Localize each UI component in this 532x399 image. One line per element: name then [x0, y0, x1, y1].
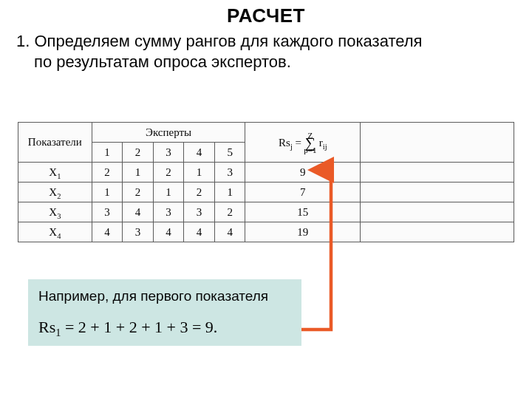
slide: РАСЧЕТ 1. Определяем сумму рангов для ка… [0, 0, 532, 399]
row3-v1: 3 [92, 202, 123, 222]
body-text-line1: 1. Определяем сумму рангов для каждого п… [16, 31, 504, 52]
th-exp-3: 3 [153, 143, 184, 163]
example-line1: Например, для первого показателя [38, 288, 291, 304]
row3-label: X3 [18, 202, 92, 222]
row1-v5: 3 [214, 163, 245, 183]
row4-sum: 19 [245, 222, 361, 242]
row4-v4: 4 [184, 222, 215, 242]
body-text: 1. Определяем сумму рангов для каждого п… [16, 31, 504, 72]
row1-v2: 1 [123, 163, 154, 183]
rank-table-wrap: Показатели Эксперты Rsj = ∑ Z p=1 rij [18, 122, 514, 242]
row4-v2: 3 [123, 222, 154, 242]
row2-v3: 1 [153, 183, 184, 202]
table-header-row-1: Показатели Эксперты Rsj = ∑ Z p=1 rij [18, 123, 514, 143]
formula-sum-upper: Z [308, 130, 313, 140]
row3-v4: 3 [184, 202, 215, 222]
row1-blank [361, 163, 514, 183]
row4-blank [361, 222, 514, 242]
row4-v5: 4 [214, 222, 245, 242]
row4-v3: 4 [153, 222, 184, 242]
table-row: X3 3 4 3 3 2 15 [18, 202, 514, 222]
th-exp-5: 5 [214, 143, 245, 163]
th-experts: Эксперты [92, 123, 245, 143]
example-box: Например, для первого показателя Rs1 = 2… [28, 279, 301, 346]
row1-sum: 9 [245, 163, 361, 183]
row2-sum: 7 [245, 183, 361, 202]
row1-label: X1 [18, 163, 92, 183]
formula-sum-lower: p=1 [304, 145, 316, 155]
th-exp-2: 2 [123, 143, 154, 163]
row3-v5: 2 [214, 202, 245, 222]
example-rs: Rs [38, 318, 55, 336]
row3-sum: 15 [245, 202, 361, 222]
rs-formula: Rsj = ∑ Z p=1 rij [276, 134, 330, 150]
row3-v3: 3 [153, 202, 184, 222]
row2-v1: 1 [92, 183, 123, 202]
row4-v1: 4 [92, 222, 123, 242]
row3-blank [361, 202, 514, 222]
row2-blank [361, 183, 514, 202]
th-exp-1: 1 [92, 143, 123, 163]
row1-v4: 1 [184, 163, 215, 183]
th-formula: Rsj = ∑ Z p=1 rij [245, 123, 361, 163]
row2-v5: 1 [214, 183, 245, 202]
formula-eq: = [293, 137, 301, 149]
row1-v3: 2 [153, 163, 184, 183]
th-blank [361, 123, 514, 163]
rank-table: Показатели Эксперты Rsj = ∑ Z p=1 rij [18, 122, 514, 242]
table-row: X1 2 1 2 1 3 9 [18, 163, 514, 183]
row2-v2: 2 [123, 183, 154, 202]
row3-v2: 4 [123, 202, 154, 222]
sigma-icon: ∑ Z p=1 [305, 137, 316, 148]
th-indicators: Показатели [18, 123, 92, 163]
row4-label: X4 [18, 222, 92, 242]
table-row: X2 1 2 1 2 1 7 [18, 183, 514, 202]
example-line2: Rs1 = 2 + 1 + 2 + 1 + 3 = 9. [38, 318, 291, 337]
row2-v4: 2 [184, 183, 215, 202]
row2-label: X2 [18, 183, 92, 202]
row1-v1: 2 [92, 163, 123, 183]
page-title: РАСЧЕТ [0, 4, 532, 27]
body-text-line2: по результатам опроса экспертов. [16, 52, 504, 72]
formula-rhs-sub: ij [323, 143, 327, 151]
table-row: X4 4 3 4 4 4 19 [18, 222, 514, 242]
th-exp-4: 4 [184, 143, 215, 163]
example-calc: = 2 + 1 + 2 + 1 + 3 = 9. [61, 318, 217, 336]
formula-lhs: Rs [279, 137, 290, 149]
